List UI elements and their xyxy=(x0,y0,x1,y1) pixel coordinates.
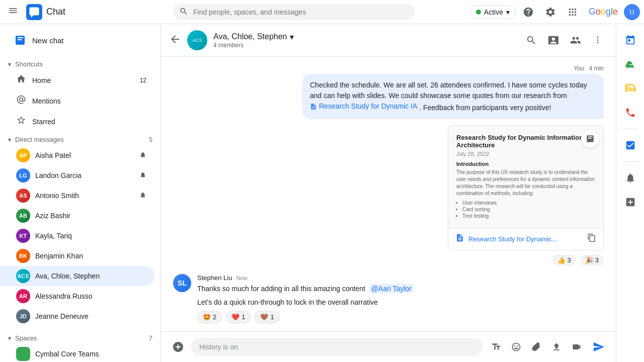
app-title: Chat xyxy=(46,7,65,17)
dm-name: Aziz Bashir xyxy=(35,212,146,220)
message-input[interactable]: History is on xyxy=(191,338,483,356)
stephen-reaction3[interactable]: 🤎 1 xyxy=(255,311,279,323)
spaces-section[interactable]: ▾ Spaces 7 xyxy=(0,330,160,344)
message-reactions: 👍 3 🎉 3 xyxy=(552,254,604,266)
spaces-badge: 7 xyxy=(149,335,152,342)
dm-avatar: JD xyxy=(16,309,30,323)
user-avatar[interactable]: U xyxy=(624,4,640,20)
add-people-button[interactable] xyxy=(566,30,586,50)
search-input[interactable] xyxy=(173,4,415,20)
dm-item-landon-garcia[interactable]: LG Landon Garcia xyxy=(0,165,154,186)
settings-button[interactable] xyxy=(540,2,560,22)
send-button[interactable] xyxy=(590,338,608,356)
app-logo xyxy=(26,4,42,20)
dm-avatar: KT xyxy=(16,229,30,243)
input-placeholder: History is on xyxy=(199,343,238,351)
dm-item-aziz-bashir[interactable]: AB Aziz Bashir xyxy=(0,206,154,226)
search-messages-button[interactable] xyxy=(521,30,541,50)
chat-header: ACS Ava, Chloe, Stephen ▾ 4 members xyxy=(161,24,616,57)
format-text-button[interactable] xyxy=(487,338,505,356)
emoji-button[interactable] xyxy=(507,338,525,356)
document-card[interactable]: Research Study for Dynamic Information A… xyxy=(448,125,604,250)
stephen-avatar: SL xyxy=(173,274,191,292)
active-status[interactable]: Active ▾ xyxy=(469,6,516,19)
stephen-reaction1[interactable]: 🤩 2 xyxy=(197,311,222,323)
help-button[interactable] xyxy=(518,2,538,22)
dm-avatar: AR xyxy=(16,289,30,303)
dm-item-jeanne-deneuve[interactable]: JD Jeanne Deneuve xyxy=(0,306,154,326)
back-button[interactable] xyxy=(169,33,181,48)
stephen-reactions: 🤩 2 ❤️ 1 🤎 1 xyxy=(197,311,604,323)
stephen-content: Stephen Liu Now Thanks so much for addin… xyxy=(197,274,604,323)
messages-area: You 4 min Checked the schedule. We are a… xyxy=(161,57,616,331)
video-button[interactable] xyxy=(568,338,586,356)
dm-item-aisha-patel[interactable]: AP Aisha Patel xyxy=(0,145,154,165)
reaction-thumbs-count: 3 xyxy=(568,256,571,264)
dm-name: Jeanne Deneuve xyxy=(35,312,146,320)
add-icon[interactable] xyxy=(620,192,640,212)
dm-item-kayla-tariq[interactable]: KT Kayla, Tariq xyxy=(0,226,154,246)
dm-item-alessandra-russo[interactable]: AR Alessandra Russo xyxy=(0,286,154,306)
space-item-cymbal-core-teams[interactable]: Cymbal Core Teams xyxy=(0,344,154,362)
dm-avatar: LG xyxy=(16,168,30,183)
active-chevron: ▾ xyxy=(506,8,510,16)
more-options-button[interactable] xyxy=(588,30,608,50)
dm-avatar: ACS xyxy=(16,269,30,283)
dm-item-ava-chloe-stephen[interactable]: ACS Ava, Chloe, Stephen xyxy=(0,266,154,286)
search-bar[interactable] xyxy=(173,4,415,20)
dm-name: Benjamin Khan xyxy=(35,252,146,260)
dm-item-benjamin-khan[interactable]: BK Benjamin Khan xyxy=(0,246,154,266)
nav-starred[interactable]: Starred xyxy=(0,111,154,132)
tasks-icon[interactable] xyxy=(620,135,640,155)
main-chat: ACS Ava, Chloe, Stephen ▾ 4 members xyxy=(161,24,616,362)
chat-title-chevron: ▾ xyxy=(290,32,294,42)
dm-item-antonio-smith[interactable]: AS Antonio Smith xyxy=(0,186,154,206)
dm-badge: 5 xyxy=(149,136,152,143)
copy-button[interactable] xyxy=(587,233,596,245)
stephen-reaction2[interactable]: ❤️ 1 xyxy=(226,311,251,323)
doc-action-button[interactable] xyxy=(581,130,599,148)
bell-icon xyxy=(139,151,146,160)
shortcuts-section[interactable]: ▾ Shortcuts xyxy=(0,56,160,70)
dm-name: Ava, Chloe, Stephen xyxy=(35,272,146,280)
input-actions xyxy=(487,338,586,356)
attach-file-button[interactable] xyxy=(527,338,545,356)
stephen-time: Now xyxy=(236,275,247,281)
menu-icon[interactable] xyxy=(4,2,22,22)
phone-icon[interactable] xyxy=(620,103,640,123)
bell-icon xyxy=(139,192,146,200)
dm-chevron: ▾ xyxy=(8,136,11,143)
nav-mentions[interactable]: Mentions xyxy=(0,90,154,111)
drive-icon[interactable] xyxy=(620,54,640,74)
dm-name: Antonio Smith xyxy=(35,192,139,200)
add-attachment-button[interactable] xyxy=(169,338,187,356)
message-stephen: SL Stephen Liu Now Thanks so much for ad… xyxy=(173,274,604,323)
active-indicator xyxy=(476,10,481,15)
doc-list: User interviews Card sorting Tree testin… xyxy=(456,200,595,219)
chat-title[interactable]: Ava, Chloe, Stephen ▾ xyxy=(213,32,521,42)
message-you-label: You xyxy=(574,65,584,72)
mention-tag[interactable]: @Aari Taylor xyxy=(369,284,414,293)
message-you-text: Checked the schedule. We are all set. 26… xyxy=(310,81,587,100)
doc-footer-link[interactable]: Research Study for Dynamic... xyxy=(468,235,583,243)
apps-button[interactable] xyxy=(562,2,583,22)
upload-button[interactable] xyxy=(547,338,566,356)
nav-home[interactable]: Home 12 xyxy=(0,70,154,90)
mentions-icon xyxy=(16,95,26,107)
video-call-button[interactable] xyxy=(543,30,564,50)
stephen-meta: Stephen Liu Now xyxy=(197,274,604,282)
new-chat-button[interactable]: New chat xyxy=(6,28,154,52)
doc-footer: Research Study for Dynamic... xyxy=(448,228,603,250)
chat-members: 4 members xyxy=(213,42,521,49)
notes-icon[interactable] xyxy=(620,78,640,99)
notification-icon[interactable] xyxy=(620,168,640,188)
bell-icon xyxy=(139,171,146,180)
right-divider-2 xyxy=(622,161,638,162)
home-icon xyxy=(16,74,26,86)
dm-section[interactable]: ▾ Direct messages 5 xyxy=(0,132,160,145)
doc-footer-icon xyxy=(455,233,464,244)
reaction-party[interactable]: 🎉 3 xyxy=(580,254,604,266)
calendar-icon[interactable] xyxy=(620,30,640,50)
dm-avatar: AB xyxy=(16,209,30,223)
reaction-thumbs[interactable]: 👍 3 xyxy=(552,254,576,266)
